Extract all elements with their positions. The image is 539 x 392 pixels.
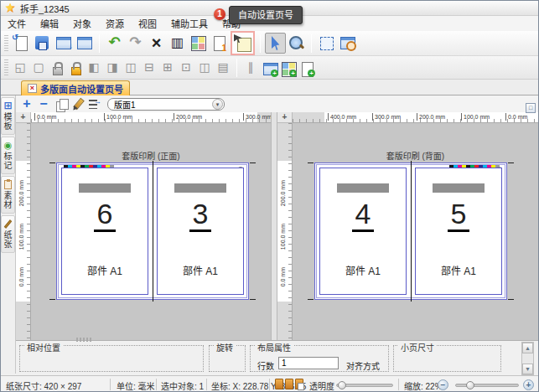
panel-scrollbar[interactable] xyxy=(521,342,534,375)
fit-selection-icon[interactable] xyxy=(316,33,337,54)
menu-resource[interactable]: 资源 xyxy=(106,17,124,30)
page-header-bar xyxy=(433,183,485,193)
swap-panels-3-icon[interactable] xyxy=(122,59,140,77)
undo-icon[interactable] xyxy=(104,33,125,54)
scroll-down-icon[interactable] xyxy=(522,364,533,374)
ruler-ticks xyxy=(27,123,30,340)
opacity-slider[interactable] xyxy=(336,384,393,387)
slider-thumb[interactable] xyxy=(466,381,474,389)
opacity-preset-icon[interactable] xyxy=(285,379,293,389)
annotation-tooltip: 自动设置页号 xyxy=(229,6,303,24)
sheet-title: 套版印刷 (背面) xyxy=(293,149,538,162)
document-tab-bar: 多版面自动设置页号 xyxy=(1,80,538,95)
columns-view-icon[interactable] xyxy=(167,33,188,54)
part-label: 部件 A1 xyxy=(183,263,218,277)
align-right-icon[interactable] xyxy=(177,59,195,77)
add-group-icon[interactable]: + xyxy=(278,59,297,77)
slider-thumb[interactable] xyxy=(338,381,346,389)
edit-layout-icon[interactable] xyxy=(70,96,85,111)
align-bottom-icon[interactable] xyxy=(140,59,158,77)
ruler-label: 100.0 mm xyxy=(104,113,132,121)
rotation-group: 旋转 xyxy=(209,345,246,372)
export-window-icon[interactable] xyxy=(74,33,95,54)
zoom-icon[interactable] xyxy=(286,33,307,54)
app-logo-icon xyxy=(5,3,15,13)
menu-object[interactable]: 对象 xyxy=(73,17,91,30)
window-title: 拆手_12345 xyxy=(20,2,70,15)
crop-mark xyxy=(308,299,314,300)
select-cursor-icon[interactable] xyxy=(265,33,286,54)
rows-view-icon[interactable] xyxy=(214,59,232,77)
lock-open-icon[interactable] xyxy=(66,59,85,77)
add-layout-icon[interactable] xyxy=(19,96,34,111)
menu-edit[interactable]: 编辑 xyxy=(40,17,59,30)
group-icon[interactable] xyxy=(11,59,29,77)
front-canvas[interactable]: 套版印刷 (正面) 6 部件 A1 3 xyxy=(31,123,271,340)
collapse-panel-button[interactable] xyxy=(526,103,536,113)
horizontal-ruler: 0.0 mm 100.0 mm 200.0 mm 300.0 mm xyxy=(31,112,271,123)
zoom-level: 缩放: 22% xyxy=(404,379,443,392)
main-toolbar: ↺ ↓ 1 xyxy=(1,31,538,56)
rows-input[interactable] xyxy=(278,357,339,369)
columns-view-2-icon[interactable] xyxy=(241,59,260,77)
document-tab[interactable]: 多版面自动设置页号 xyxy=(21,80,130,95)
zoom-slider[interactable] xyxy=(455,384,519,387)
page-slot[interactable]: 6 部件 A1 xyxy=(61,168,148,295)
opacity-preset-icon[interactable] xyxy=(275,379,283,389)
properties-panel: 相对位置 旋转 布局属性 行数 对齐方式 小页尺寸 xyxy=(16,340,538,375)
toolbar-separator xyxy=(236,59,237,77)
page-slot[interactable]: 5 部件 A1 xyxy=(415,168,502,295)
chevron-down-icon[interactable] xyxy=(212,99,223,110)
toolbar-separator xyxy=(311,34,312,53)
sidebar-tab-paper[interactable]: 纸张 xyxy=(1,215,15,253)
import-window-icon[interactable]: ↓ xyxy=(53,33,74,54)
ruler-origin-crosshair-icon[interactable] xyxy=(277,112,293,123)
sidebar-tab-material[interactable]: 素材 xyxy=(1,176,15,214)
add-template-icon[interactable]: + xyxy=(260,59,278,77)
layout-list-icon[interactable] xyxy=(86,96,101,111)
zoom-out-button[interactable] xyxy=(438,379,448,390)
toolbar-grip xyxy=(4,35,8,52)
zoom-in-button[interactable] xyxy=(523,379,534,390)
front-sheet[interactable]: 6 部件 A1 3 部件 A1 xyxy=(56,162,249,300)
sidebar-tab-marks[interactable]: 标记 xyxy=(1,137,15,174)
swap-panels-icon[interactable] xyxy=(85,59,103,77)
auto-page-number-icon[interactable] xyxy=(232,33,253,54)
marquee-icon[interactable] xyxy=(29,59,48,77)
page-slot[interactable]: 4 部件 A1 xyxy=(319,168,407,295)
sheet-title: 套版印刷 (正面) xyxy=(31,149,271,162)
swap-panels-2-icon[interactable] xyxy=(103,59,122,77)
split-view-icon[interactable] xyxy=(195,59,214,77)
status-bar: 纸张尺寸: 420 × 297 单位: 毫米 选中对象: 1 坐标: X: 22… xyxy=(1,375,538,392)
scroll-up-icon[interactable] xyxy=(522,343,533,353)
multipage-view-icon[interactable] xyxy=(188,33,209,54)
unit-status: 单位: 毫米 xyxy=(117,379,155,392)
back-canvas[interactable]: 套版印刷 (背面) 4 部件 A1 5 xyxy=(293,123,538,340)
remove-layout-icon[interactable] xyxy=(36,96,51,111)
lock-icon[interactable] xyxy=(48,59,66,77)
close-tab-icon[interactable] xyxy=(28,84,37,93)
page-slot[interactable]: 3 部件 A1 xyxy=(157,168,244,295)
new-document-icon[interactable]: ↺ xyxy=(11,33,32,54)
document-tab-label: 多版面自动设置页号 xyxy=(40,82,123,95)
menu-view[interactable]: 视图 xyxy=(138,17,157,30)
crop-mark xyxy=(308,162,314,163)
align-center-icon[interactable] xyxy=(158,59,177,77)
menu-file[interactable]: 文件 xyxy=(8,17,26,30)
front-view: 0.0 mm 100.0 mm 200.0 mm 300.0 mm 200.0 … xyxy=(16,112,271,340)
part-label: 部件 A1 xyxy=(441,263,476,277)
delete-icon[interactable] xyxy=(146,33,167,54)
redo-icon[interactable] xyxy=(125,33,146,54)
menu-tools[interactable]: 辅助工具 xyxy=(171,17,208,30)
opacity-preset-icon[interactable] xyxy=(295,379,303,389)
add-page-icon[interactable]: + xyxy=(297,59,315,77)
save-icon[interactable] xyxy=(32,33,53,54)
splitter-grip[interactable] xyxy=(76,338,91,342)
layout-combobox[interactable] xyxy=(107,98,225,111)
sidebar-tab-template[interactable]: 模板 xyxy=(1,97,15,135)
ruler-origin-crosshair-icon[interactable] xyxy=(16,112,31,123)
page-number-icon[interactable]: 1 xyxy=(209,33,230,54)
preview-icon[interactable] xyxy=(337,33,358,54)
back-sheet[interactable]: 4 部件 A1 5 部件 A1 xyxy=(314,162,507,300)
copy-layout-icon[interactable] xyxy=(53,96,68,111)
